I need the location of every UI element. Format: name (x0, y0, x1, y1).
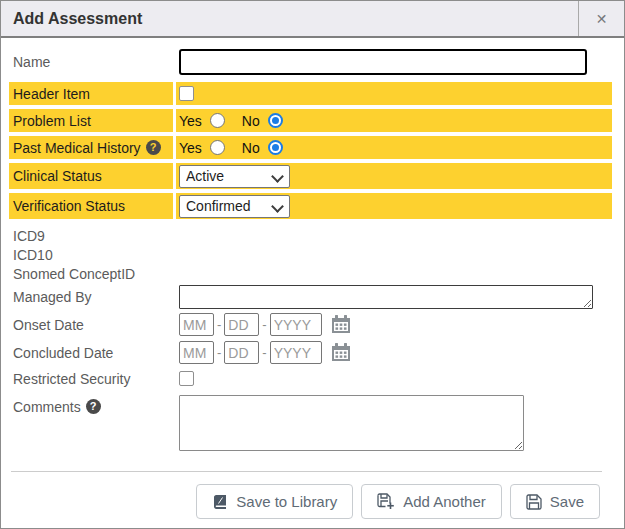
row-header-item: Header Item (9, 82, 612, 105)
pmh-yes-radio[interactable] (210, 140, 225, 155)
comments-input[interactable] (179, 395, 524, 451)
footer-buttons: Save to Library Add Another (9, 472, 612, 519)
name-label: Name (9, 48, 173, 76)
name-input[interactable] (179, 49, 587, 75)
row-past-medical-history: Past Medical History ? Yes No (9, 136, 612, 159)
icd10-label: ICD10 (9, 246, 173, 263)
row-icd9: ICD9 (9, 227, 612, 244)
restricted-security-checkbox[interactable] (179, 371, 194, 386)
save-to-library-button[interactable]: Save to Library (196, 484, 353, 519)
close-button[interactable]: ✕ (578, 1, 624, 36)
row-clinical-status: Clinical Status Active (9, 163, 612, 189)
help-icon[interactable]: ? (86, 399, 101, 414)
icd9-value (176, 227, 612, 244)
past-medical-history-label: Past Medical History (13, 140, 141, 156)
row-icd10: ICD10 (9, 246, 612, 263)
save-plus-icon (377, 493, 395, 510)
add-assessment-dialog: Add Assessment ✕ Name Header Item Proble… (0, 0, 625, 529)
row-verification-status: Verification Status Confirmed (9, 193, 612, 219)
calendar-icon (331, 343, 351, 362)
onset-day-input[interactable] (224, 313, 259, 336)
problem-list-yes-label: Yes (179, 113, 202, 129)
pmh-yes-label: Yes (179, 140, 202, 156)
verification-status-label: Verification Status (9, 193, 173, 219)
concluded-calendar-button[interactable] (331, 343, 351, 362)
concluded-year-input[interactable] (270, 341, 322, 364)
snomed-conceptid-value (176, 265, 612, 282)
add-another-button[interactable]: Add Another (361, 484, 502, 519)
onset-calendar-button[interactable] (331, 315, 351, 334)
save-icon (526, 494, 542, 510)
clinical-status-select[interactable]: Active (179, 165, 290, 188)
icd10-value (176, 246, 612, 263)
date-separator: - (262, 345, 266, 360)
row-restricted-security: Restricted Security (9, 368, 612, 389)
help-icon[interactable]: ? (146, 140, 161, 155)
managed-by-input[interactable] (179, 285, 593, 309)
problem-list-yes-radio[interactable] (210, 113, 225, 128)
concluded-date-label: Concluded Date (9, 340, 173, 365)
icd9-label: ICD9 (9, 227, 173, 244)
row-comments: Comments ? (9, 393, 612, 451)
row-concluded-date: Concluded Date - - (9, 340, 612, 365)
onset-month-input[interactable] (179, 313, 214, 336)
concluded-month-input[interactable] (179, 341, 214, 364)
date-separator: - (262, 317, 266, 332)
pmh-no-label: No (242, 140, 260, 156)
concluded-day-input[interactable] (224, 341, 259, 364)
row-snomed-conceptid: Snomed ConceptID (9, 265, 612, 282)
row-managed-by: Managed By (9, 284, 612, 310)
row-onset-date: Onset Date - - (9, 312, 612, 337)
dialog-titlebar: Add Assessment ✕ (1, 1, 624, 38)
problem-list-no-label: No (242, 113, 260, 129)
date-separator: - (217, 345, 221, 360)
problem-list-label: Problem List (9, 109, 173, 132)
managed-by-label: Managed By (9, 284, 173, 310)
snomed-conceptid-label: Snomed ConceptID (9, 265, 173, 282)
save-label: Save (550, 493, 584, 510)
verification-status-select[interactable]: Confirmed (179, 195, 290, 218)
restricted-security-label: Restricted Security (9, 368, 173, 389)
header-item-label: Header Item (9, 82, 173, 105)
row-problem-list: Problem List Yes No (9, 109, 612, 132)
verification-status-select-wrap: Confirmed (179, 195, 290, 218)
clinical-status-select-wrap: Active (179, 165, 290, 188)
save-button[interactable]: Save (510, 484, 600, 519)
comments-label: Comments (13, 399, 81, 415)
close-icon: ✕ (596, 11, 608, 27)
onset-year-input[interactable] (270, 313, 322, 336)
problem-list-no-radio[interactable] (268, 113, 283, 128)
clinical-status-label: Clinical Status (9, 163, 173, 189)
book-icon (212, 494, 228, 510)
add-another-label: Add Another (403, 493, 486, 510)
pmh-no-radio[interactable] (268, 140, 283, 155)
date-separator: - (217, 317, 221, 332)
calendar-icon (331, 315, 351, 334)
save-to-library-label: Save to Library (236, 493, 337, 510)
row-name: Name (9, 48, 612, 76)
dialog-body: Name Header Item Problem List Yes No (1, 38, 624, 519)
dialog-title: Add Assessment (1, 10, 578, 28)
onset-date-label: Onset Date (9, 312, 173, 337)
header-item-checkbox[interactable] (179, 86, 194, 101)
